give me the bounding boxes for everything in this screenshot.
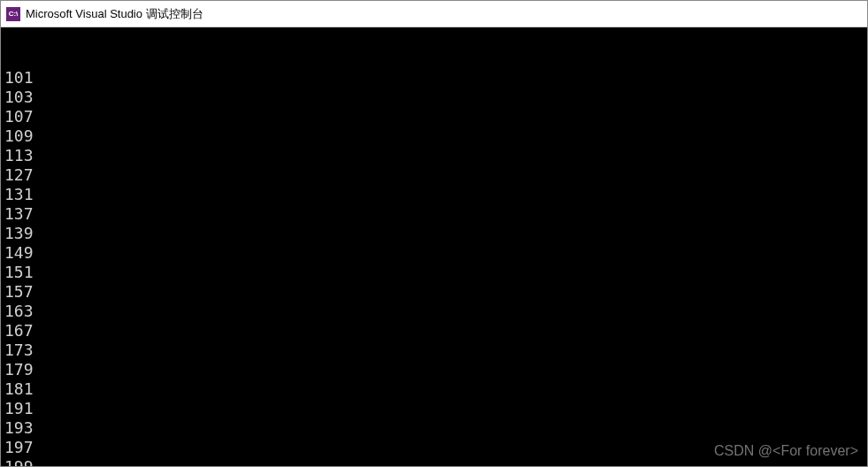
watermark-text: CSDN @<For forever> bbox=[714, 441, 858, 461]
console-number-line: 107 bbox=[4, 107, 864, 126]
console-number-line: 109 bbox=[4, 126, 864, 146]
window-titlebar[interactable]: C:\ Microsoft Visual Studio 调试控制台 bbox=[1, 1, 867, 27]
console-numbers-block: 1011031071091131271311371391491511571631… bbox=[4, 68, 864, 466]
console-number-line: 149 bbox=[4, 243, 864, 263]
console-number-line: 173 bbox=[4, 341, 864, 360]
console-number-line: 127 bbox=[4, 165, 864, 185]
console-number-line: 139 bbox=[4, 224, 864, 243]
console-number-line: 191 bbox=[4, 399, 864, 418]
console-number-line: 103 bbox=[4, 88, 864, 107]
console-number-line: 193 bbox=[4, 418, 864, 438]
console-number-line: 163 bbox=[4, 302, 864, 321]
console-number-line: 179 bbox=[4, 360, 864, 379]
console-number-line: 101 bbox=[4, 68, 864, 88]
console-number-line: 167 bbox=[4, 321, 864, 341]
vs-app-icon: C:\ bbox=[6, 7, 20, 21]
console-number-line: 151 bbox=[4, 263, 864, 282]
console-number-line: 137 bbox=[4, 204, 864, 224]
window-title: Microsoft Visual Studio 调试控制台 bbox=[26, 6, 204, 22]
console-number-line: 131 bbox=[4, 185, 864, 204]
console-output[interactable]: 1011031071091131271311371391491511571631… bbox=[1, 27, 867, 466]
console-number-line: 181 bbox=[4, 379, 864, 399]
console-number-line: 157 bbox=[4, 282, 864, 302]
console-number-line: 113 bbox=[4, 146, 864, 165]
